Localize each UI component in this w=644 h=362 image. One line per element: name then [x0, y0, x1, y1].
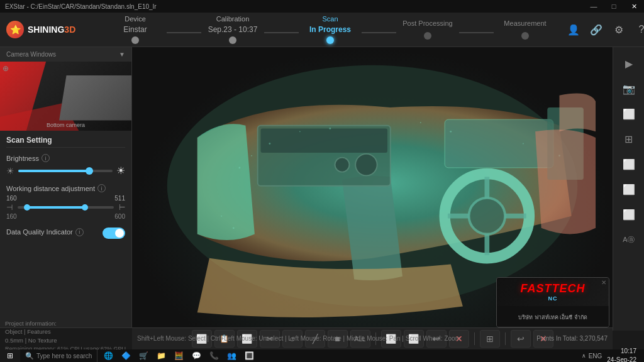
bt-close2-button[interactable]: ✕: [533, 330, 553, 348]
bt-import-button[interactable]: ⊞: [480, 330, 500, 348]
bt-box-button[interactable]: ⬜: [381, 330, 401, 348]
distance-thumb-left[interactable]: [24, 204, 30, 211]
distance-info-icon[interactable]: i: [97, 184, 106, 192]
taskbar-folder-icon[interactable]: 📁: [154, 349, 168, 362]
project-info-label: Project information:: [5, 319, 127, 327]
fasttech-thai-label: บริษัท ฟาสท์เทค เอ็นซี จำกัด: [518, 313, 587, 322]
taskbar-search[interactable]: 🔍 Type here to search: [20, 349, 97, 362]
brightness-thumb[interactable]: [86, 167, 93, 175]
step-cal-dot: [229, 36, 236, 44]
rt-camera-button[interactable]: 📷: [618, 77, 640, 100]
object-type: Object | Features: [5, 327, 127, 336]
clock-date: 24-Sep-22: [607, 356, 636, 362]
taskbar-app-icon[interactable]: 🔳: [242, 349, 256, 362]
close-button[interactable]: ✕: [624, 0, 644, 13]
data-quality-label: Data Quality Indicator i: [6, 228, 84, 236]
data-quality-toggle[interactable]: [103, 228, 125, 239]
bottom-toolbar: ⬜ 📋 ⬜ ✂ ○ ╱ ■ ALL ⬜ ⬜ ↩ ✕ ⊞ ↩ ✕: [132, 327, 613, 349]
step-scan-label: Scan: [322, 15, 338, 23]
bt-select2-button[interactable]: ⬜: [404, 330, 424, 348]
distance-slider-row: ⊣ ⊢: [6, 203, 125, 212]
fasttech-logo-top: FASTTECH NC ✕: [497, 278, 609, 306]
zoom-icon[interactable]: ⊕: [3, 64, 9, 73]
bt-delete-button[interactable]: ✕: [449, 330, 469, 348]
data-quality-row: Data Quality Indicator i: [6, 228, 125, 239]
bt-all-button[interactable]: ALL: [350, 330, 370, 348]
fasttech-brand: FASTTECH NC: [520, 282, 585, 302]
brightness-label: Brightness i: [6, 154, 125, 162]
svg-point-22: [221, 216, 222, 217]
distance-minmax: 160 600: [6, 213, 125, 220]
workflow-step-postprocess[interactable]: Post Processing: [396, 19, 459, 40]
title-bar: EXStar - C:/EinStar/CAR/Standan/Standan.…: [0, 0, 644, 13]
working-distance-label: Working distance adjustment i: [6, 184, 125, 192]
taskbar-store-icon[interactable]: 🛒: [136, 349, 150, 362]
taskbar-start-button[interactable]: ⊞: [0, 349, 20, 362]
fasttech-close-button[interactable]: ✕: [601, 279, 606, 286]
tray-chevron[interactable]: ∧: [582, 353, 586, 359]
project-info: Project information: Object | Features 0…: [5, 319, 127, 344]
distance-thumb-right[interactable]: [82, 204, 88, 211]
workflow-step-device[interactable]: Device Einstar: [104, 15, 167, 44]
camera-panel-header[interactable]: Camera Windows ▼: [0, 47, 131, 62]
workflow-bar: Device Einstar Calibration Sep.23 - 10:3…: [104, 15, 557, 44]
taskbar-teams-icon[interactable]: 👥: [225, 349, 238, 362]
workflow-step-calibration[interactable]: Calibration Sep.23 - 10:37: [201, 15, 264, 44]
svg-point-17: [329, 128, 331, 129]
quality-info-icon[interactable]: i: [75, 228, 84, 236]
taskbar-line-icon[interactable]: 💬: [189, 349, 203, 362]
workflow-step-measurement[interactable]: Measurement: [494, 19, 557, 40]
camera-panel-collapse[interactable]: ▼: [119, 51, 125, 58]
minimize-button[interactable]: —: [584, 0, 604, 13]
camera-scan-region: [59, 75, 131, 121]
rt-grid-button[interactable]: ⊞: [618, 128, 640, 150]
workflow-step-scan[interactable]: Scan In Progress: [299, 15, 362, 44]
dist-left-icon: ⊣: [6, 203, 13, 212]
step-measure-dot: [521, 32, 529, 40]
window-controls[interactable]: — □ ✕: [584, 0, 644, 13]
taskbar-skype-icon[interactable]: 📞: [207, 349, 221, 362]
rt-resize-button[interactable]: ⬜: [618, 153, 640, 175]
help-icon[interactable]: ?: [632, 20, 644, 39]
taskbar: ⊞ 🔍 Type here to search 🌐 🔷 🛒 📁 🧮 💬 📞 👥 …: [0, 349, 644, 362]
profile-icon[interactable]: 👤: [564, 20, 583, 39]
bt-undo-button[interactable]: ↩: [426, 330, 447, 348]
settings-icon[interactable]: ⚙: [609, 20, 628, 39]
svg-point-23: [233, 227, 235, 229]
taskbar-edge-icon[interactable]: 🔷: [119, 349, 133, 362]
search-placeholder[interactable]: Type here to search: [36, 353, 92, 359]
bt-crop-button[interactable]: ⬜: [237, 330, 257, 348]
bt-cut-button[interactable]: ✂: [260, 330, 280, 348]
maximize-button[interactable]: □: [604, 0, 624, 13]
wf-line-4: [459, 32, 494, 33]
brightness-high-icon: ☀: [116, 165, 125, 177]
fasttech-sub: NC: [520, 295, 585, 302]
taskbar-tray: ∧ ENG 10:17 24-Sep-22: [577, 347, 644, 362]
brightness-slider[interactable]: [18, 170, 113, 172]
distance-slider[interactable]: [18, 206, 114, 209]
share-icon[interactable]: 🔗: [587, 20, 606, 39]
bt-select-button[interactable]: ⬜: [192, 330, 212, 348]
right-toolbar: ▶ 📷 ⬜ ⊞ ⬜ ⬜ ⬜ Aⓐ: [613, 47, 644, 331]
svg-point-10: [335, 158, 350, 172]
step-cal-value: Sep.23 - 10:37: [208, 25, 258, 34]
step-scan-value: In Progress: [309, 25, 351, 34]
distance-min: 160: [6, 213, 17, 220]
rt-square-button[interactable]: ⬜: [618, 102, 640, 125]
svg-point-15: [269, 143, 270, 145]
bt-copy-button[interactable]: 📋: [214, 330, 235, 348]
distance-fill: [27, 206, 85, 209]
rt-layers-button[interactable]: ⬜: [618, 203, 640, 226]
rt-play-button[interactable]: ▶: [618, 52, 640, 75]
scan-settings-panel: Scan Setting Brightness i ☀ ☀ Working di…: [0, 131, 131, 331]
status-left: Project information: Object | Features 0…: [0, 327, 132, 349]
taskbar-calculator-icon[interactable]: 🧮: [172, 349, 186, 362]
rt-move-button[interactable]: ⬜: [618, 178, 640, 200]
bt-pen-button[interactable]: ╱: [305, 330, 325, 348]
brightness-info-icon[interactable]: i: [42, 154, 50, 162]
bt-undo2-button[interactable]: ↩: [511, 330, 531, 348]
rt-text-button[interactable]: Aⓐ: [618, 228, 640, 251]
bt-fill-button[interactable]: ■: [328, 330, 348, 348]
taskbar-chrome-icon[interactable]: 🌐: [101, 349, 115, 362]
bt-lasso-button[interactable]: ○: [282, 330, 303, 348]
